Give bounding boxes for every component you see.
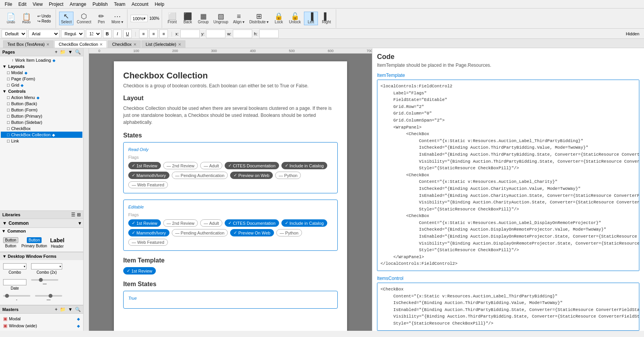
pill-adult-ed[interactable]: — Adult (200, 219, 222, 227)
h-input[interactable] (259, 30, 279, 38)
desktop-slider2[interactable]: - (3, 295, 30, 302)
pen-button[interactable]: ✏ Pen (94, 12, 108, 25)
pill-mammoth-ed[interactable]: ✓ Mammoth/Ivory (128, 229, 169, 236)
libraries-menu-icon[interactable]: ☰ (71, 212, 75, 217)
page-item-page-form[interactable]: □ Page (Form) (1, 76, 82, 82)
common-header[interactable]: ▼ Common ▾ (0, 219, 83, 228)
underline-button[interactable]: U (123, 30, 132, 38)
menu-account[interactable]: Account (129, 1, 152, 8)
tab-textarea[interactable]: Text Box (TextArea) ✕ (3, 40, 54, 48)
more-button[interactable]: ⋯ More ▾ (110, 12, 125, 25)
page-item-btn-back[interactable]: □ Button (Back) (1, 101, 82, 107)
page-item-work-item[interactable]: ↑ Work Item Loading ◆ (1, 57, 82, 63)
clipboard-button[interactable]: 📋 Redo (19, 12, 33, 25)
page-item-checkbox[interactable]: □ CheckBox (1, 125, 82, 132)
pill-2nd-review-ro[interactable]: — 2nd Review (163, 162, 198, 169)
desktop-date[interactable]: Date (3, 279, 26, 290)
pages-search-icon[interactable]: 🔍 (75, 49, 81, 55)
desktop-combo[interactable]: ▾ Combo (3, 263, 26, 274)
menu-project[interactable]: Project (46, 1, 66, 8)
item-template-link[interactable]: ItemTemplate (377, 73, 639, 78)
pages-add-icon[interactable]: + (55, 49, 58, 55)
bold-button[interactable]: B (103, 30, 112, 38)
pill-web-ed[interactable]: — Web Featured (128, 239, 168, 246)
align-center-button[interactable]: ≡ (149, 30, 158, 38)
pill-python-ro[interactable]: — Python (275, 172, 301, 179)
tab-checkbox-collection-close[interactable]: ✕ (99, 42, 103, 47)
common-item-primary[interactable]: Button Primary Button (21, 237, 47, 248)
menu-help[interactable]: Help (152, 1, 168, 8)
pill-1st-review-ro[interactable]: ✓ 1st Review (128, 162, 161, 169)
tab-checkbox[interactable]: CheckBox ✕ (108, 40, 140, 48)
font-select[interactable]: Arial (28, 30, 59, 38)
tab-checkbox-collection[interactable]: CheckBox Collection ✕ (54, 40, 107, 48)
distribute-button[interactable]: ⊞ Distribute ▾ (248, 12, 270, 25)
connect-button[interactable]: ⬡ Connect (75, 12, 92, 25)
pages-filter-icon[interactable]: ▼ (68, 49, 73, 55)
ungroup-button[interactable]: ▧ Ungroup (212, 12, 230, 25)
italic-button[interactable]: I (113, 30, 122, 38)
align-right-button[interactable]: ≡ (159, 30, 168, 38)
menu-file[interactable]: File (2, 1, 15, 8)
desktop-slider1[interactable]: — (31, 279, 58, 290)
pill-mammoth-ro[interactable]: ✓ Mammoth/Ivory (128, 172, 169, 179)
align-button[interactable]: ≡ Align ▾ (231, 12, 246, 25)
section-controls[interactable]: ▼ Controls (1, 88, 82, 94)
tab-list[interactable]: List (Selectable) ✕ (141, 40, 185, 48)
pill-cites-ed[interactable]: ✓ CITES Documentation (225, 219, 279, 227)
page-item-modal[interactable]: □ Modal ◆ (1, 69, 82, 76)
menu-publish[interactable]: Publish (89, 1, 111, 8)
masters-search-icon[interactable]: 🔍 (75, 307, 81, 312)
weight-select[interactable]: Regular (61, 30, 84, 38)
desktop-combo2x[interactable]: ▾ Combo (2x) (31, 263, 62, 274)
master-window-wide[interactable]: ▣ Window (wide) ◆ (2, 322, 81, 329)
front-button[interactable]: ⬜ Front (165, 12, 179, 25)
pages-folder-icon[interactable]: 📁 (60, 49, 66, 55)
pill-python-ed[interactable]: — Python (276, 229, 302, 236)
select-button[interactable]: ↖ Select (59, 12, 74, 25)
align-left-button[interactable]: ≡ (139, 30, 148, 38)
page-item-action-menu[interactable]: □ Action Menu ◆ (1, 94, 82, 101)
common-item-button[interactable]: Button Button (3, 237, 18, 248)
common-item-label[interactable]: Label Header (50, 237, 65, 248)
page-item-btn-sidebar[interactable]: □ Button (Sidebar) (1, 119, 82, 125)
desktop-slider3[interactable]: — (35, 295, 62, 302)
pill-include-ed[interactable]: ✓ Include in Catalog (281, 219, 327, 227)
pill-adult-ro[interactable]: — Adult (200, 162, 222, 169)
new-button[interactable]: 📄 Undo (4, 12, 18, 25)
undo-btn[interactable]: ↩ Undo (36, 14, 52, 19)
items-control-link[interactable]: ItemsControl (377, 276, 639, 281)
page-item-link[interactable]: □ Link (1, 138, 82, 144)
pill-cites-ro[interactable]: ✓ CITES Documentation (225, 162, 279, 169)
menu-arrange[interactable]: Arrange (66, 1, 89, 8)
common-expand-icon[interactable]: ▾ (79, 221, 81, 226)
pill-1st-review-ed[interactable]: ✓ 1st Review (128, 219, 161, 227)
back-button[interactable]: ⬛ Back (181, 12, 195, 25)
desktop-forms-header[interactable]: ▼ Desktop Window Forms (0, 252, 83, 260)
size-select[interactable]: 13 (86, 30, 101, 38)
tab-checkbox-close[interactable]: ✕ (133, 42, 136, 47)
item-template-pill[interactable]: ✓ 1st Review (123, 267, 156, 274)
menu-view[interactable]: View (30, 1, 46, 8)
unlock-button[interactable]: 🔓 Unlock (287, 12, 302, 25)
primary-button-preview[interactable]: Button (27, 237, 42, 243)
section-layouts[interactable]: ▼ Layouts (1, 63, 82, 69)
masters-filter-icon[interactable]: ▼ (68, 307, 73, 312)
right-button[interactable]: ▌ Right (319, 12, 333, 25)
zoom-dropdown[interactable]: 100% ▾ (131, 15, 148, 22)
pill-pending-ed[interactable]: — Pending Authentication (172, 229, 228, 236)
x-input[interactable] (180, 30, 200, 38)
pill-web-ro[interactable]: — Web Featured (128, 181, 168, 188)
left-button[interactable]: ▐ Left (304, 12, 318, 25)
pill-2nd-review-ed[interactable]: — 2nd Review (163, 219, 198, 227)
tab-textarea-close[interactable]: ✕ (46, 42, 49, 47)
page-item-btn-form[interactable]: □ Button (Form) (1, 107, 82, 113)
w-input[interactable] (233, 30, 252, 38)
pill-preview-ed[interactable]: ✓ Preview On Web (230, 229, 274, 236)
page-item-btn-primary[interactable]: □ Button (Primary) (1, 113, 82, 119)
menu-team[interactable]: Team (111, 1, 128, 8)
menu-edit[interactable]: Edit (15, 1, 30, 8)
common-subsection[interactable]: ▼ Common (0, 228, 83, 234)
masters-add-icon[interactable]: + (55, 307, 58, 312)
lock-button[interactable]: 🔒 Lock (272, 12, 286, 25)
